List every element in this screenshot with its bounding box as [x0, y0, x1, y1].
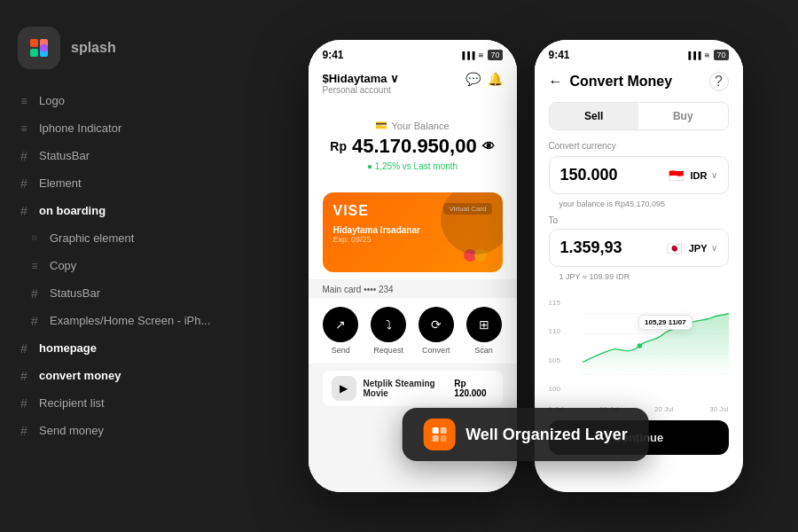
sidebar-item-recipient-list[interactable]: # Recipient list: [0, 389, 253, 417]
jpy-dropdown[interactable]: 🇯🇵 JPY ∨: [667, 241, 717, 255]
request-action[interactable]: ⤵ Request: [371, 307, 406, 355]
chart-tooltip: 105,29 11/07: [638, 315, 692, 330]
y-label-115: 115: [549, 299, 560, 307]
messages-icon[interactable]: 💬: [466, 72, 481, 86]
from-amount: 150.000: [560, 166, 618, 184]
balance-change: ● 1,25% vs Last month: [367, 161, 458, 171]
y-label-105: 105: [549, 356, 560, 364]
graphic-element-icon: ⦂⦂: [28, 232, 41, 245]
sidebar-item-send-money[interactable]: # Send money: [0, 417, 253, 444]
sidebar-logo-section: splash: [0, 18, 253, 87]
sidebar-item-homepage[interactable]: # homepage: [0, 334, 253, 362]
lines-icon: ≡: [28, 260, 41, 272]
svg-rect-7: [432, 435, 438, 442]
sidebar-item-element[interactable]: # Element: [0, 169, 253, 197]
wallet-icon: 💳: [375, 120, 387, 131]
hash-icon: #: [28, 287, 41, 300]
svg-point-13: [637, 343, 641, 348]
sidebar-item-label: Logo: [39, 94, 65, 107]
sidebar-item-graphic-element[interactable]: ⦂⦂ Graphic element: [0, 224, 253, 252]
card-exp: Exp: 09/25: [333, 235, 492, 244]
scan-label: Scan: [474, 346, 493, 355]
sidebar-item-examples[interactable]: # Examples/Home Screen - iPh...: [0, 307, 253, 334]
hash-icon: #: [18, 370, 30, 382]
send-action[interactable]: ↗ Send: [323, 307, 358, 355]
convert-label: Convert: [422, 346, 450, 355]
balance-section: 💳 Your Balance Rp 45.170.950,00 👁 ● 1,25…: [309, 106, 517, 185]
help-icon[interactable]: ?: [709, 72, 729, 91]
buy-tab[interactable]: Buy: [638, 103, 728, 129]
hash-icon: #: [18, 205, 30, 217]
hash-icon: #: [18, 150, 30, 162]
hash-icon: #: [18, 342, 30, 355]
transaction-icon: ▶: [332, 376, 356, 401]
dot-yellow: [474, 249, 487, 262]
hash-icon: #: [18, 177, 30, 190]
card-info: Hidaytama Irsadanar Exp: 09/25: [333, 225, 492, 244]
bell-icon[interactable]: 🔔: [488, 72, 503, 86]
wifi-icon: ≋: [478, 51, 484, 59]
request-circle: ⤵: [371, 307, 406, 342]
vise-logo: VISE: [333, 203, 369, 219]
to-label: To: [549, 215, 729, 225]
eye-icon[interactable]: 👁: [482, 139, 495, 153]
x-label-30jul: 30 Jul: [709, 405, 728, 413]
rate-info: 1 JPY = 109.99 IDR: [549, 270, 729, 288]
visa-card[interactable]: VISE Virtual Card Hidaytama Irsadanar Ex…: [323, 192, 503, 272]
lines-icon: ≡: [18, 95, 30, 107]
action-row: ↗ Send ⤵ Request ⟳ Convert ⊞ Scan: [309, 298, 517, 364]
sidebar-item-iphone-indicator[interactable]: ≡ Iphone Indicator: [0, 114, 253, 142]
convert-money-title: Convert Money: [570, 74, 673, 90]
balance-label: 💳 Your Balance: [375, 120, 449, 131]
back-arrow-icon[interactable]: ←: [549, 74, 563, 90]
card-chip-dots: [464, 249, 492, 262]
convert-label: Convert currency: [549, 141, 729, 151]
sell-tab[interactable]: Sell: [550, 103, 639, 129]
dropdown-chevron-2: ∨: [711, 243, 717, 253]
balance-value: 45.170.950,00: [352, 135, 477, 158]
idr-code: IDR: [691, 170, 708, 181]
idr-dropdown[interactable]: 🇮🇩 IDR ∨: [669, 168, 717, 183]
sidebar-item-label: Graphic element: [50, 231, 134, 245]
overlay-icon: [423, 419, 455, 450]
from-currency-row[interactable]: 150.000 🇮🇩 IDR ∨: [549, 156, 729, 194]
phone2-status-bar: 9:41 ▐▐▐ ≋ 70: [535, 40, 743, 65]
card-top: VISE Virtual Card: [333, 203, 492, 219]
sidebar-item-label: StatusBar: [39, 149, 90, 162]
dropdown-chevron: ∨: [711, 170, 717, 180]
svg-rect-6: [440, 427, 446, 434]
idr-flag: 🇮🇩: [669, 168, 684, 183]
header-action-icons: 💬 🔔: [466, 72, 503, 86]
sidebar-item-logo[interactable]: ≡ Logo: [0, 87, 253, 114]
sidebar-item-label: on boarding: [39, 204, 106, 217]
scan-action[interactable]: ⊞ Scan: [466, 307, 502, 355]
sidebar-item-label: Iphone Indicator: [39, 121, 121, 135]
to-currency-row[interactable]: 1.359,93 🇯🇵 JPY ∨: [549, 229, 729, 267]
balance-hint: your balance is Rp45.170.095: [549, 198, 729, 215]
signal-icon: ▐▐▐: [459, 51, 474, 59]
sidebar-item-label: homepage: [39, 341, 97, 355]
sidebar-item-copy[interactable]: ≡ Copy: [0, 252, 253, 279]
transaction-amount: Rp 120.000: [454, 379, 493, 398]
convert-action[interactable]: ⟳ Convert: [419, 307, 454, 355]
phone2-header: ← Convert Money ?: [535, 65, 743, 102]
svg-rect-0: [30, 39, 38, 47]
request-label: Request: [373, 346, 403, 355]
wifi-icon: ≋: [704, 51, 710, 59]
scan-circle: ⊞: [466, 307, 502, 342]
main-canvas: 9:41 ▐▐▐ ≋ 70 $Hidaytama ∨ Personal acco…: [253, 0, 798, 532]
chart-svg: [549, 288, 729, 403]
signal-icon: ▐▐▐: [685, 51, 700, 59]
phone1-time: 9:41: [323, 49, 344, 61]
transaction-item: ▶ Netplik Steaming Movie Rp 120.000: [323, 371, 503, 406]
sidebar-item-statusbar-2[interactable]: # StatusBar: [0, 279, 253, 307]
send-circle: ↗: [323, 307, 358, 342]
sidebar-item-statusbar-1[interactable]: # StatusBar: [0, 142, 253, 169]
sidebar-item-onboarding[interactable]: # on boarding: [0, 197, 253, 224]
sidebar-item-convert-money[interactable]: # convert money: [0, 362, 253, 389]
phone1-header: $Hidaytama ∨ Personal account 💬 🔔: [309, 65, 517, 106]
hash-icon: #: [28, 315, 41, 327]
sidebar-item-label: Examples/Home Screen - iPh...: [50, 314, 210, 327]
battery-icon: 70: [488, 50, 502, 60]
battery-icon: 70: [714, 50, 728, 60]
